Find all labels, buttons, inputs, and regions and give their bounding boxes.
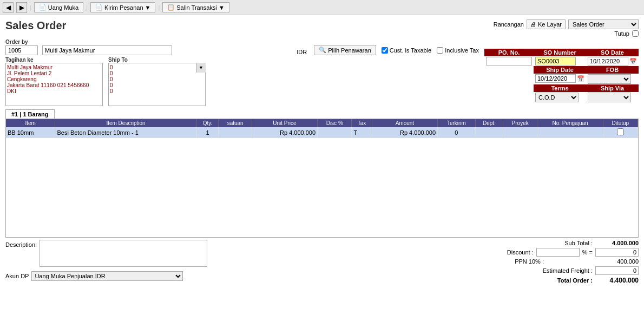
table-cell: BB 10mm [6, 127, 55, 138]
table-row[interactable]: BB 10mmBesi Beton Diameter 10mm - 11Rp 4… [6, 127, 638, 138]
address-row: Tagihan ke Multi Jaya Makmur Jl. Pelem L… [5, 57, 479, 107]
table-cell: Rp 4.000.000 [252, 127, 317, 138]
column-header: Tax [352, 119, 372, 127]
ship-via-header: Ship Via [586, 84, 639, 92]
so-number-header: SO Number [534, 49, 586, 56]
table-cell: T [352, 127, 372, 138]
ditutup-checkbox[interactable] [617, 128, 624, 135]
so-date-header: SO Date [586, 49, 639, 56]
printer-icon: 🖨 [530, 21, 536, 28]
rancangan-select[interactable]: Sales Order [568, 19, 639, 29]
freight-input[interactable] [595, 266, 639, 275]
rancangan-row: Rancangan 🖨 Ke Layar Sales Order [494, 19, 639, 29]
order-by-input[interactable] [5, 45, 38, 55]
kirim-pesanan-button[interactable]: 📄 Kirim Pesanan ▼ [90, 2, 155, 12]
inclusive-tax-label: Inclusive Tax [437, 47, 479, 54]
column-header: Ditutup [603, 119, 638, 127]
column-header: satuan [219, 119, 252, 127]
dropdown-arrow2-icon: ▼ [219, 4, 225, 11]
discount-row: Discount : % = [449, 248, 639, 257]
po-no-header: PO. No. [484, 49, 534, 56]
main-content: Sales Order Rancangan 🖨 Ke Layar Sales O… [0, 15, 644, 321]
copy-icon: 📋 [167, 4, 175, 11]
table-cell [318, 127, 352, 138]
description-textarea[interactable] [40, 240, 207, 267]
tab-barang[interactable]: #1 | 1 Barang [5, 109, 55, 119]
dropdown-arrow-icon: ▼ [145, 4, 151, 11]
page-title: Sales Order [5, 19, 66, 32]
right-form-panel: PO. No. SO Number SO Date 📅 [484, 49, 639, 103]
so-date-calendar-icon[interactable]: 📅 [629, 58, 637, 65]
total-order-value: 4.400.000 [595, 277, 639, 284]
ke-layar-button[interactable]: 🖨 Ke Layar [527, 19, 566, 29]
document-icon2: 📄 [95, 4, 103, 11]
ditutup-cell[interactable] [603, 127, 638, 138]
description-row: Description: [5, 240, 207, 267]
table-body: BB 10mmBesi Beton Diameter 10mm - 11Rp 4… [6, 127, 638, 138]
tagihan-block: Tagihan ke Multi Jaya Makmur Jl. Pelem L… [5, 57, 103, 107]
search-icon: 🔍 [319, 47, 326, 54]
column-header: Dept. [475, 119, 503, 127]
so-number-input[interactable] [535, 57, 576, 65]
table-cell [475, 127, 503, 138]
akun-dp-select[interactable]: Uang Muka Penjualan IDR [31, 271, 183, 281]
sub-total-row: Sub Total : 4.000.000 [449, 240, 639, 246]
ppn-label: PPN 10% : [479, 258, 544, 265]
back-button[interactable]: ◀ [3, 2, 14, 13]
rancangan-label: Rancangan [494, 21, 524, 28]
freight-label: Estimated Freight : [528, 267, 593, 274]
terms-header: Terms [534, 84, 586, 92]
fob-header: FOB [586, 66, 639, 74]
tutup-label: Tutup [614, 30, 629, 37]
discount-amount-input[interactable] [595, 248, 639, 257]
terms-select[interactable]: C.O.D [535, 93, 579, 102]
ppn-value: 400.000 [547, 258, 639, 265]
forward-button[interactable]: ▶ [16, 2, 27, 13]
table-cell: 1 [196, 127, 219, 138]
cust-taxable-label: Cust. is Taxable [382, 47, 431, 54]
ship-to-dropdown-button[interactable]: ▼ [196, 63, 206, 73]
ship-date-calendar-icon[interactable]: 📅 [577, 75, 584, 82]
column-header: Proyek [503, 119, 537, 127]
table-cell [219, 127, 252, 138]
order-by-group: Order by [5, 39, 38, 55]
tagihan-textarea[interactable]: Multi Jaya Makmur Jl. Pelem Lestari 2 Ce… [5, 63, 103, 106]
column-header: Terkirim [438, 119, 476, 127]
title-area: Sales Order Rancangan 🖨 Ke Layar Sales O… [5, 19, 639, 37]
column-header: Item [6, 119, 55, 127]
column-header: No. Pengajuan [537, 119, 603, 127]
column-header: Item Description [55, 119, 196, 127]
ship-via-select[interactable] [588, 93, 631, 102]
sub-total-value: 4.000.000 [595, 240, 639, 246]
freight-row: Estimated Freight : [449, 266, 639, 275]
akun-dp-label: Akun DP [5, 273, 29, 279]
customer-input[interactable] [42, 45, 172, 55]
total-order-label: Total Order : [528, 277, 593, 284]
column-header: Unit Price [252, 119, 317, 127]
salin-transaksi-button[interactable]: 📋 Salin Transaksi ▼ [162, 2, 229, 12]
cust-taxable-checkbox[interactable] [382, 47, 388, 54]
fob-select[interactable] [588, 74, 631, 84]
po-no-input[interactable] [486, 57, 532, 65]
pilih-penawaran-button[interactable]: 🔍 Pilih Penawaran [314, 45, 376, 55]
column-header: Amount [372, 119, 437, 127]
ship-date-input[interactable] [535, 74, 576, 83]
ship-to-wrapper: 0 0 0 0 0 ▼ [108, 63, 206, 107]
tutup-checkbox[interactable] [632, 30, 639, 37]
total-order-row: Total Order : 4.400.000 [449, 277, 639, 284]
description-section: Description: Akun DP Uang Muka Penjualan… [5, 240, 207, 281]
discount-pct-input[interactable] [536, 248, 580, 257]
order-by-row: Order by IDR 🔍 Pilih Penawaran Cust. is … [5, 39, 479, 55]
ppn-row: PPN 10% : 400.000 [449, 258, 639, 265]
column-header: Qty. [196, 119, 219, 127]
ship-to-block: Ship To 0 0 0 0 0 ▼ [108, 57, 206, 107]
sub-total-label: Sub Total : [528, 240, 593, 246]
so-date-input[interactable] [588, 57, 628, 65]
table-cell [503, 127, 537, 138]
table-cell: Besi Beton Diameter 10mm - 1 [55, 127, 196, 138]
inclusive-tax-checkbox[interactable] [437, 47, 443, 54]
totals-section: Sub Total : 4.000.000 Discount : % = PPN… [449, 240, 639, 284]
ship-to-textarea[interactable]: 0 0 0 0 0 [108, 63, 206, 106]
uang-muka-button[interactable]: 📄 Uang Muka [34, 2, 83, 12]
table-cell: Rp 4.000.000 [372, 127, 437, 138]
